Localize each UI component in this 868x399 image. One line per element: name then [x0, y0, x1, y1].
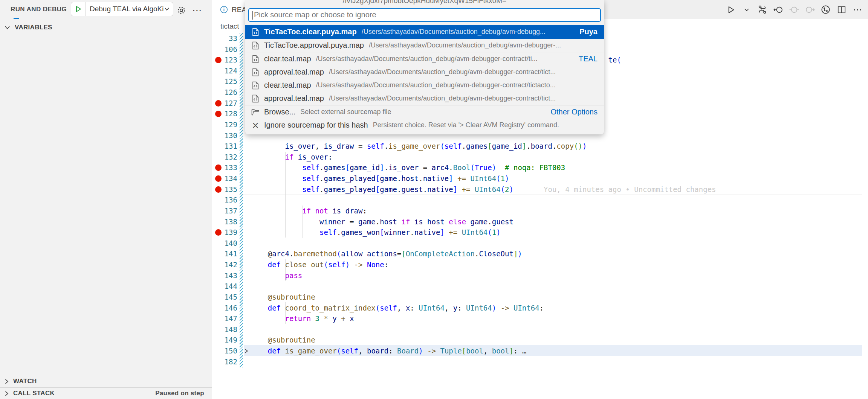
- sourcemap-quickpick: /IvIJ2gXjdxI7pmobtOepkHduMyetXqW15FlFtkx…: [245, 0, 604, 134]
- code-line-144[interactable]: 144: [0, 281, 868, 292]
- line-number[interactable]: 124: [196, 65, 237, 76]
- run-icon[interactable]: [724, 3, 737, 16]
- variables-label: VARIABLES: [15, 24, 52, 31]
- line-number[interactable]: 137: [196, 206, 237, 216]
- quickpick-item-label: Ignore sourcemap for this hash: [264, 121, 368, 129]
- code-line-137[interactable]: 137 if not is_draw:: [0, 206, 868, 216]
- line-number[interactable]: 145: [196, 292, 237, 303]
- code-line-133[interactable]: 133 self.games[game_id].is_over = arc4.B…: [0, 162, 868, 173]
- call-stack-section-header[interactable]: CALL STACK Paused on step: [0, 387, 212, 399]
- code-line-146[interactable]: 146 def coord_to_matrix_index(self, x: U…: [0, 303, 868, 314]
- breakpoint-icon[interactable]: [215, 175, 222, 182]
- quickpick-item-label: clear.teal.map: [264, 81, 311, 90]
- code-line-145[interactable]: 145 @subroutine: [0, 292, 868, 303]
- code-line-142[interactable]: 142 def close_out(self) -> None:: [0, 259, 868, 270]
- code-line-143[interactable]: 143 pass: [0, 270, 868, 281]
- quickpick-item[interactable]: approval.teal.map/Users/asthayadav/Docum…: [245, 65, 604, 79]
- line-number[interactable]: 130: [196, 130, 237, 141]
- more-actions-icon[interactable]: [851, 3, 863, 16]
- quickpick-item[interactable]: clear.teal.map/Users/asthayadav/Document…: [245, 79, 604, 92]
- line-number[interactable]: 129: [196, 119, 237, 130]
- variables-section-header[interactable]: VARIABLES: [0, 21, 212, 34]
- file-code-icon: [251, 41, 260, 50]
- line-number[interactable]: 33: [196, 33, 237, 44]
- quickpick-title: /IvIJ2gXjdxI7pmobtOepkHduMyetXqW15FlFtkx…: [245, 0, 604, 5]
- split-editor-icon[interactable]: [835, 3, 848, 16]
- quickpick-item[interactable]: ×Ignore sourcemap for this hashPersisten…: [245, 119, 604, 132]
- quickpick-item[interactable]: approval.teal.map/Users/asthayadav/Docum…: [245, 92, 604, 105]
- code-line-139[interactable]: 139 self.games_won[winner.native] += UIn…: [0, 227, 868, 238]
- quickpick-placeholder: Pick source map or choose to ignore: [254, 11, 376, 19]
- start-debug-button[interactable]: [71, 2, 86, 16]
- quickpick-item-label: TicTacToe.approval.puya.map: [264, 41, 364, 50]
- line-number[interactable]: 149: [196, 335, 237, 346]
- breakpoint-icon[interactable]: [215, 100, 222, 107]
- quickpick-item-badge: TEAL: [579, 55, 598, 63]
- line-number[interactable]: 150: [196, 346, 237, 356]
- line-number[interactable]: 132: [196, 152, 237, 163]
- line-number[interactable]: 125: [196, 76, 237, 87]
- file-code-icon: [251, 27, 260, 37]
- line-number[interactable]: 144: [196, 281, 237, 292]
- line-number[interactable]: 148: [196, 324, 237, 335]
- quickpick-item[interactable]: clear.teal.map/Users/asthayadav/Document…: [245, 52, 604, 65]
- line-number[interactable]: 147: [196, 313, 237, 324]
- quickpick-item[interactable]: TicTacToe.approval.puya.map/Users/asthay…: [245, 39, 604, 52]
- code-line-149[interactable]: 149 @subroutine: [0, 335, 868, 346]
- line-number[interactable]: 136: [196, 195, 237, 206]
- line-number[interactable]: 143: [196, 270, 237, 281]
- code-line-135[interactable]: 135 self.games_played[game.guest.native]…: [0, 184, 868, 195]
- code-line-132[interactable]: 132 if is_over:: [0, 152, 868, 163]
- debug-config-dropdown[interactable]: Debug TEAL via AlgoKi: [71, 2, 173, 16]
- code-line-140[interactable]: 140: [0, 238, 868, 249]
- code-line-147[interactable]: 147 return 3 * y + x: [0, 313, 868, 324]
- code-line-131[interactable]: 131 is_over, is_draw = self.is_game_over…: [0, 141, 868, 152]
- watch-label: WATCH: [13, 378, 37, 385]
- play-icon: [74, 5, 83, 13]
- quickpick-item[interactable]: Browse...Select external sourcemap fileO…: [245, 105, 604, 119]
- code-line-134[interactable]: 134 self.games_played[game.host.native] …: [0, 173, 868, 184]
- close-icon: ×: [251, 121, 260, 130]
- folder-icon: [251, 108, 260, 117]
- line-number[interactable]: 140: [196, 238, 237, 249]
- chevron-right-icon: [5, 379, 9, 384]
- quickpick-item-description: /Users/asthayadav/Documents/auction_debu…: [316, 55, 573, 63]
- code-line-148[interactable]: 148: [0, 324, 868, 335]
- line-number[interactable]: 182: [196, 356, 237, 367]
- line-number[interactable]: 126: [196, 87, 237, 98]
- quickpick-item-label: Browse...: [264, 108, 295, 116]
- code-line-141[interactable]: 141 @arc4.baremethod(allow_actions=[OnCo…: [0, 248, 868, 259]
- step-back-icon[interactable]: [772, 3, 784, 16]
- quickpick-item-description: /Users/asthayadav/Documents/auction_debu…: [329, 68, 598, 76]
- line-number[interactable]: 141: [196, 248, 237, 259]
- code-text: @subroutine: [251, 292, 315, 303]
- quickpick-item-description: /Users/asthayadav/Documents/auction_debu…: [329, 94, 598, 102]
- line-number[interactable]: 138: [196, 216, 237, 227]
- code-text: def is_game_over(self, board: Board) -> …: [251, 346, 526, 356]
- gear-icon[interactable]: [176, 5, 187, 16]
- file-code-icon: [251, 81, 260, 90]
- code-line-138[interactable]: 138 winner = game.host if is_host else g…: [0, 216, 868, 227]
- quickpick-input[interactable]: Pick source map or choose to ignore: [248, 8, 601, 22]
- quickpick-item-label: approval.teal.map: [264, 68, 324, 76]
- more-icon[interactable]: ⋯: [191, 5, 203, 16]
- code-text: self.games_played[game.guest.native] += …: [251, 184, 513, 195]
- code-line-136[interactable]: 136: [0, 195, 868, 206]
- code-line-150[interactable]: 150 def is_game_over(self, board: Board)…: [0, 346, 868, 356]
- run-dropdown-icon[interactable]: [740, 3, 753, 16]
- watch-section-header[interactable]: WATCH: [0, 375, 212, 387]
- line-number[interactable]: 106: [196, 44, 237, 55]
- breakpoint-icon[interactable]: [215, 186, 222, 193]
- code-text: self.games[game_id].is_over = arc4.Bool(…: [251, 162, 565, 173]
- code-line-182[interactable]: 182: [0, 356, 868, 367]
- quickpick-item-description: Select external sourcemap file: [300, 108, 545, 116]
- compare-icon[interactable]: [756, 3, 769, 16]
- fold-chevron-icon[interactable]: [243, 348, 249, 355]
- quickpick-item-description: Persistent choice. Reset via '> Clear AV…: [373, 121, 598, 129]
- sidebar-title: RUN AND DEBUG: [11, 6, 67, 13]
- line-number[interactable]: 146: [196, 303, 237, 314]
- quickpick-item[interactable]: TicTacToe.clear.puya.map/Users/asthayada…: [245, 25, 604, 39]
- line-number[interactable]: 142: [196, 259, 237, 270]
- source-graph-icon[interactable]: [819, 3, 832, 16]
- line-number[interactable]: 131: [196, 141, 237, 152]
